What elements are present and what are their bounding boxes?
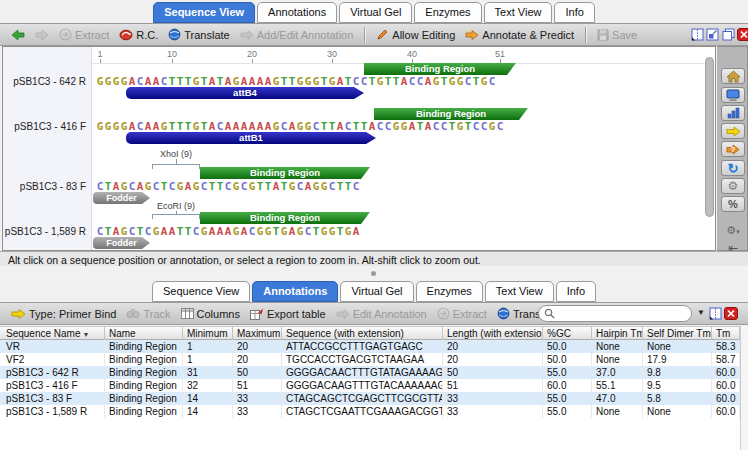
- base-T: T: [344, 76, 352, 87]
- annotation-binding-region[interactable]: Binding Region: [200, 212, 370, 224]
- table-row[interactable]: pSB1C3 - 642 RBinding Region3150GGGGACAA…: [0, 366, 740, 379]
- bottom-tab-sequence-view[interactable]: Sequence View: [152, 281, 250, 302]
- bottom-tab-annotations[interactable]: Annotations: [252, 281, 338, 302]
- base-A: A: [112, 181, 120, 192]
- column-header-tm[interactable]: Tm: [712, 327, 740, 340]
- allow-editing-button[interactable]: Allow Editing: [376, 28, 455, 41]
- base-T: T: [184, 76, 192, 87]
- sequence-bases[interactable]: GGGGACAACTTTGTATAGAAAAGTTGGGTGATCCTGTTAC…: [96, 76, 496, 87]
- bar-chart-icon[interactable]: [721, 105, 745, 121]
- vertical-scrollbar[interactable]: [705, 57, 714, 217]
- column-header-self-dimer-tm[interactable]: Self Dimer Tm: [643, 327, 712, 340]
- top-tab-sequence-view[interactable]: Sequence View: [153, 2, 255, 23]
- base-T: T: [176, 76, 184, 87]
- base-G: G: [296, 226, 304, 237]
- base-G: G: [312, 181, 320, 192]
- top-tab-enzymes[interactable]: Enzymes: [414, 2, 481, 23]
- annotate-help-icon[interactable]: ?: [721, 141, 745, 157]
- annotation-attb1[interactable]: attB1: [126, 132, 376, 144]
- bottom-tab-enzymes[interactable]: Enzymes: [416, 281, 483, 302]
- annotation-fodder[interactable]: Fodder: [93, 237, 150, 249]
- sequence-bases[interactable]: CTAGCAGCTCGAGCTTCGCGTTATGCAGGCTTC: [96, 181, 360, 192]
- base-G: G: [320, 181, 328, 192]
- cell-maximum: 50: [233, 366, 282, 379]
- r-c-button[interactable]: R.C.: [119, 29, 158, 41]
- annotation-search-input[interactable]: [558, 306, 694, 321]
- back-button[interactable]: [11, 29, 25, 41]
- cell-minimum: 14: [183, 392, 233, 405]
- table-row[interactable]: pSB1C3 - 416 FBinding Region3251GGGGACAA…: [0, 379, 740, 392]
- annotate-predict-button[interactable]: Annotate & Predict: [465, 28, 574, 41]
- base-T: T: [200, 76, 208, 87]
- top-tab-text-view[interactable]: Text View: [484, 2, 553, 23]
- column-header-length-with-extension[interactable]: Length (with extension): [443, 327, 543, 340]
- top-tab-info[interactable]: Info: [554, 2, 594, 23]
- base-T: T: [384, 76, 392, 87]
- bottom-tab-virtual-gel[interactable]: Virtual Gel: [340, 281, 413, 302]
- base-C: C: [248, 226, 256, 237]
- type-primer-bind-button[interactable]: Type: Primer Bind: [11, 308, 116, 320]
- split-view-icon[interactable]: [690, 27, 704, 41]
- bottom-tab-info[interactable]: Info: [556, 281, 596, 302]
- monitor-icon[interactable]: [721, 87, 745, 103]
- cell-tm: 58.7: [712, 353, 740, 366]
- top-tab-virtual-gel[interactable]: Virtual Gel: [339, 2, 412, 23]
- annotation-fodder[interactable]: Fodder: [93, 192, 150, 204]
- home-icon[interactable]: [721, 68, 745, 84]
- cell-sequence-with-extension: ATTACCGCCTTTGAGTGAGC: [282, 340, 443, 353]
- close-icon[interactable]: [737, 27, 748, 41]
- column-header-sequence-name[interactable]: Sequence Name▼: [2, 327, 105, 340]
- column-header-hairpin-tm[interactable]: Hairpin Tm: [592, 327, 643, 340]
- base-A: A: [288, 226, 296, 237]
- cell-self-dimer-tm: 9.5: [643, 379, 712, 392]
- base-G: G: [264, 226, 272, 237]
- split-view-icon[interactable]: [708, 306, 722, 320]
- sequence-bases[interactable]: GGGGACAAGTTTGTACAAAAAAGCAGGCTTACTTACCGGA…: [96, 121, 504, 132]
- base-T: T: [208, 181, 216, 192]
- refresh-icon[interactable]: ↻: [721, 160, 745, 176]
- cell-name: Binding Region: [105, 379, 183, 392]
- column-header-name[interactable]: Name: [105, 327, 183, 340]
- percent-icon[interactable]: %: [721, 196, 745, 212]
- bottom-tab-text-view[interactable]: Text View: [485, 281, 554, 302]
- column-header-maximum[interactable]: Maximum: [233, 327, 282, 340]
- annotation-binding-region[interactable]: Binding Region: [200, 167, 370, 179]
- column-header-label: Maximum: [237, 328, 280, 339]
- column-header-minimum[interactable]: Minimum: [183, 327, 233, 340]
- cell-sequence-name: pSB1C3 - 416 F: [2, 379, 105, 392]
- yellow-arrow-icon[interactable]: [721, 123, 745, 139]
- duplicate-window-icon[interactable]: [721, 27, 735, 41]
- cell-tm: 58.3: [712, 340, 740, 353]
- table-row[interactable]: VF2Binding Region120TGCCACCTGACGTCTAAGAA…: [0, 353, 740, 366]
- cell-sequence-with-extension: GGGGACAACTTTGTATAGAAAAGT...: [282, 366, 443, 379]
- ruler-tick-label: 30: [327, 49, 337, 59]
- table-row[interactable]: pSB1C3 - 83 FBinding Region1433CTAGCAGCT…: [0, 392, 740, 405]
- column-header-label: Sequence Name: [6, 328, 81, 339]
- table-row[interactable]: pSB1C3 - 1,589 RBinding Region1433CTAGCT…: [0, 405, 740, 418]
- column-header-gc[interactable]: %GC: [543, 327, 592, 340]
- columns-button[interactable]: Columns: [181, 308, 240, 320]
- gear-menu-icon[interactable]: ⚙▾: [721, 222, 745, 238]
- sort-descending-icon: ▼: [83, 331, 90, 338]
- panel-splitter[interactable]: [0, 266, 748, 280]
- base-T: T: [184, 226, 192, 237]
- table-row[interactable]: VRBinding Region120ATTACCGCCTTTGAGTGAGC2…: [0, 340, 740, 353]
- base-A: A: [208, 226, 216, 237]
- annotation-binding-region[interactable]: Binding Region: [374, 108, 528, 120]
- gear-icon[interactable]: ⚙: [721, 178, 745, 194]
- annotation-binding-region[interactable]: Binding Region: [364, 63, 516, 75]
- export-table-icon: [250, 308, 264, 320]
- close-icon[interactable]: [724, 306, 738, 320]
- search-dropdown-arrow-icon[interactable]: ▼: [697, 309, 705, 317]
- sequence-bases[interactable]: CTAGCTCGAATTCGAAAGACGGTGAGCTGGTGA: [96, 226, 360, 237]
- base-G: G: [256, 226, 264, 237]
- export-table-button[interactable]: Export table: [250, 308, 326, 320]
- base-T: T: [392, 76, 400, 87]
- base-C: C: [360, 76, 368, 87]
- shrink-window-icon[interactable]: [706, 27, 720, 41]
- column-header-sequence-with-extension[interactable]: Sequence (with extension): [282, 327, 443, 340]
- translate-button[interactable]: Translate: [168, 28, 229, 41]
- base-A: A: [248, 121, 256, 132]
- top-tab-annotations[interactable]: Annotations: [257, 2, 337, 23]
- annotation-attb4[interactable]: attB4: [126, 87, 364, 99]
